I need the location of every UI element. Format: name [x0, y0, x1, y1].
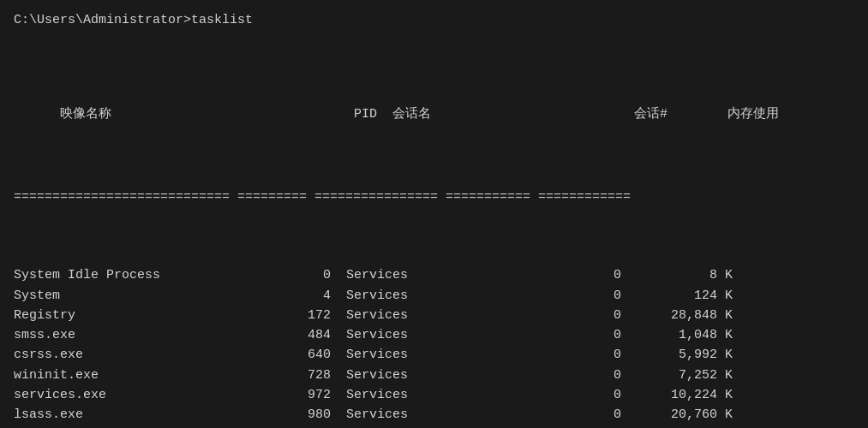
table-row: lsass.exe980 Services020,760 K: [14, 405, 854, 425]
cell-session-num: 0: [510, 405, 621, 425]
cell-process-name: lsass.exe: [14, 405, 245, 425]
cell-mem-usage: 10,224 K: [621, 385, 733, 405]
cell-process-name: csrss.exe: [14, 345, 245, 365]
cell-session-name: Services: [338, 385, 510, 405]
header-pid: PID: [291, 104, 377, 124]
cell-pid: 4: [245, 286, 331, 306]
table-row: smss.exe484 Services01,048 K: [14, 325, 854, 345]
cell-session-name: Services: [338, 425, 510, 428]
separator-row: ============================ ========= =…: [14, 187, 854, 207]
header-session-name: 会话名: [385, 104, 556, 124]
table-row: svchost.exe924 Services030,480 K: [14, 425, 854, 428]
cell-pid: 172: [245, 306, 331, 325]
header-mem: 内存使用: [667, 104, 779, 124]
cell-session-name: Services: [338, 345, 510, 365]
cell-session-num: 0: [510, 306, 621, 325]
cell-mem-usage: 5,992 K: [621, 345, 733, 365]
cell-session-name: Services: [338, 265, 510, 285]
cell-mem-usage: 1,048 K: [621, 325, 733, 345]
table-row: csrss.exe640 Services05,992 K: [14, 345, 854, 365]
cell-pid: 728: [245, 366, 331, 385]
header-session-num: 会话#: [556, 104, 667, 124]
cell-session-num: 0: [510, 286, 621, 306]
cell-mem-usage: 124 K: [621, 286, 733, 306]
cell-mem-usage: 30,480 K: [621, 425, 733, 428]
table-row: System Idle Process0 Services08 K: [14, 265, 854, 285]
cell-mem-usage: 7,252 K: [621, 366, 733, 385]
cell-pid: 980: [245, 405, 331, 425]
cell-pid: 924: [245, 425, 331, 428]
header-name: 映像名称: [60, 104, 291, 124]
terminal-window: C:\Users\Administrator>tasklist 映像名称PID …: [14, 10, 854, 428]
cell-pid: 0: [245, 265, 331, 285]
cell-process-name: wininit.exe: [14, 366, 245, 385]
cell-process-name: svchost.exe: [14, 425, 245, 428]
prompt-line: C:\Users\Administrator>tasklist: [14, 10, 854, 30]
cell-mem-usage: 28,848 K: [621, 306, 733, 325]
cell-process-name: System Idle Process: [14, 265, 245, 285]
header-row: 映像名称PID 会话名会话#内存使用: [14, 84, 854, 144]
cell-process-name: System: [14, 286, 245, 306]
cell-mem-usage: 8 K: [621, 265, 733, 285]
cell-session-name: Services: [338, 306, 510, 325]
cell-session-name: Services: [338, 366, 510, 385]
cell-session-name: Services: [338, 325, 510, 345]
cell-pid: 484: [245, 325, 331, 345]
table-row: services.exe972 Services010,224 K: [14, 385, 854, 405]
cell-session-num: 0: [510, 265, 621, 285]
cell-process-name: Registry: [14, 306, 245, 325]
cell-session-name: Services: [338, 286, 510, 306]
table-row: System4 Services0124 K: [14, 286, 854, 306]
cell-session-name: Services: [338, 405, 510, 425]
cell-pid: 972: [245, 385, 331, 405]
cell-session-num: 0: [510, 425, 621, 428]
cell-session-num: 0: [510, 366, 621, 385]
table-row: wininit.exe728 Services07,252 K: [14, 366, 854, 385]
tasklist-table: 映像名称PID 会话名会话#内存使用 =====================…: [14, 40, 854, 428]
cell-session-num: 0: [510, 325, 621, 345]
cell-session-num: 0: [510, 385, 621, 405]
cell-session-num: 0: [510, 345, 621, 365]
cell-mem-usage: 20,760 K: [621, 405, 733, 425]
cell-process-name: smss.exe: [14, 325, 245, 345]
cell-pid: 640: [245, 345, 331, 365]
cell-process-name: services.exe: [14, 385, 245, 405]
data-rows-container: System Idle Process0 Services08 KSystem4…: [14, 265, 854, 428]
table-row: Registry172 Services028,848 K: [14, 306, 854, 325]
